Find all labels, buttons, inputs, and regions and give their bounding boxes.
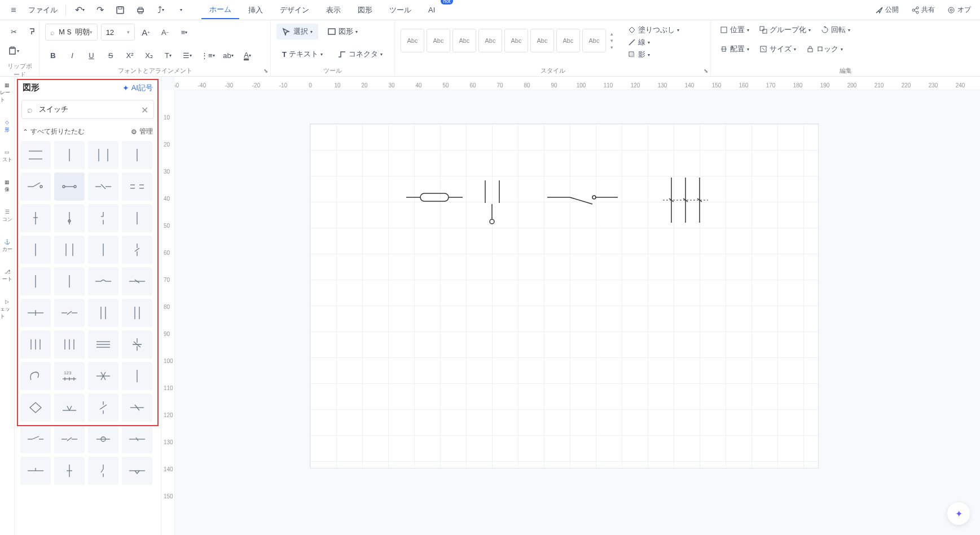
- shape-item[interactable]: [122, 267, 152, 295]
- italic-button[interactable]: I: [64, 47, 80, 63]
- publish-button[interactable]: 公開: [871, 3, 903, 17]
- more-button[interactable]: ▾: [172, 2, 190, 18]
- shape-item[interactable]: [54, 393, 85, 422]
- tab-tools[interactable]: ツール: [381, 2, 419, 19]
- shape-item[interactable]: [20, 267, 51, 295]
- font-size-select[interactable]: 12▾: [101, 24, 135, 41]
- shape-item[interactable]: [20, 299, 51, 327]
- manage-button[interactable]: ⚙ 管理: [131, 127, 153, 136]
- strikethrough-button[interactable]: S: [103, 47, 118, 63]
- subscript-button[interactable]: X₂: [141, 47, 157, 63]
- shape-item[interactable]: [54, 204, 85, 232]
- shape-item[interactable]: [122, 457, 152, 485]
- line-spacing-button[interactable]: ☰▾: [179, 47, 195, 63]
- shape-item[interactable]: [54, 236, 85, 264]
- clear-search-icon[interactable]: ✕: [141, 105, 148, 116]
- style-preset-2[interactable]: Abc: [427, 29, 450, 52]
- paste-button[interactable]: ▾: [6, 43, 21, 59]
- text-case-button[interactable]: ab▾: [221, 47, 236, 63]
- shape-item[interactable]: [122, 299, 152, 327]
- shape-item[interactable]: [20, 457, 51, 485]
- share-button[interactable]: 共有: [907, 3, 939, 17]
- style-preset-7[interactable]: Abc: [556, 29, 580, 52]
- select-tool[interactable]: 選択 ▾: [276, 24, 318, 39]
- menu-icon[interactable]: ≡: [5, 2, 23, 18]
- shape-item[interactable]: [88, 267, 118, 295]
- shape-item[interactable]: [20, 393, 51, 422]
- line-button[interactable]: 線 ▾: [625, 36, 683, 48]
- shape-item[interactable]: [122, 204, 152, 232]
- shape-item[interactable]: [122, 236, 152, 264]
- shape-tool[interactable]: 図形 ▾: [322, 24, 363, 39]
- group-button[interactable]: グループ化 ▾: [756, 24, 814, 36]
- print-button[interactable]: [131, 2, 150, 18]
- cut-button[interactable]: ✂: [6, 24, 21, 39]
- style-preset-1[interactable]: Abc: [401, 29, 424, 52]
- vertical-text-button[interactable]: T ▾: [160, 47, 176, 63]
- shape-item[interactable]: [54, 457, 85, 485]
- rotate-button[interactable]: 回転 ▾: [818, 24, 854, 36]
- collapse-all-button[interactable]: ⌃ すべて折りたたむ: [23, 127, 85, 136]
- shape-item[interactable]: [88, 204, 118, 232]
- iconstrip-image[interactable]: ▦像: [5, 177, 10, 196]
- shape-search-input[interactable]: [21, 100, 154, 119]
- iconstrip-text[interactable]: ▭スト: [2, 147, 12, 166]
- page[interactable]: [310, 124, 818, 468]
- ai-fab-button[interactable]: ✦: [947, 502, 970, 525]
- shadow-button[interactable]: 影 ▾: [625, 48, 683, 61]
- shape-item[interactable]: [88, 299, 118, 327]
- style-preset-6[interactable]: Abc: [530, 29, 554, 52]
- shape-item[interactable]: [20, 236, 51, 264]
- shape-item[interactable]: [54, 173, 85, 201]
- file-menu[interactable]: ファイル: [25, 5, 61, 15]
- style-scroll-down-icon[interactable]: ▾: [610, 38, 613, 43]
- superscript-button[interactable]: X²: [122, 47, 138, 63]
- ai-symbol-button[interactable]: ✦AI記号: [122, 83, 153, 93]
- canvas-shape-fuse[interactable]: [406, 193, 463, 201]
- iconstrip-widget[interactable]: ▷ェット: [0, 297, 14, 322]
- shape-item[interactable]: [122, 330, 152, 359]
- iconstrip-icon[interactable]: ☰コン: [2, 207, 12, 226]
- decrease-font-button[interactable]: A−: [157, 24, 173, 40]
- undo-button[interactable]: ↶ ▾: [71, 2, 89, 18]
- bold-button[interactable]: B: [45, 47, 61, 63]
- shape-item[interactable]: [88, 236, 118, 264]
- position-button[interactable]: 位置 ▾: [717, 24, 753, 36]
- format-painter-button[interactable]: [25, 24, 41, 39]
- shape-item[interactable]: [20, 141, 51, 169]
- iconstrip-anchor[interactable]: ⚓カー: [2, 237, 12, 255]
- size-button[interactable]: サイズ ▾: [756, 43, 799, 55]
- iconstrip-template[interactable]: ▦レート: [0, 80, 14, 106]
- shape-item[interactable]: [54, 330, 85, 359]
- tab-view[interactable]: 表示: [318, 2, 349, 19]
- shape-item[interactable]: [54, 141, 85, 169]
- list-button[interactable]: ⋮≡▾: [199, 47, 217, 63]
- shape-item[interactable]: [122, 393, 152, 422]
- align-button[interactable]: ≡▾: [177, 24, 192, 40]
- increase-font-button[interactable]: A+: [138, 24, 154, 40]
- iconstrip-shape[interactable]: ◇形: [5, 117, 10, 136]
- shape-item[interactable]: [88, 173, 118, 201]
- font-family-select[interactable]: ⌕ＭＳ 明朝▾: [45, 24, 98, 41]
- shape-item[interactable]: [20, 425, 51, 453]
- style-scroll-up-icon[interactable]: ▴: [610, 31, 613, 37]
- shape-item[interactable]: [20, 362, 51, 390]
- fill-button[interactable]: 塗りつぶし ▾: [625, 24, 683, 36]
- text-tool[interactable]: T テキスト ▾: [276, 46, 328, 62]
- tab-insert[interactable]: 挿入: [240, 2, 271, 19]
- shape-item[interactable]: [88, 141, 118, 169]
- shape-item[interactable]: [54, 299, 85, 327]
- tab-shapes[interactable]: 図形: [350, 2, 380, 19]
- shape-item[interactable]: [54, 425, 85, 453]
- shape-item[interactable]: [122, 173, 152, 201]
- shape-item[interactable]: [54, 267, 85, 295]
- style-launcher-icon[interactable]: ⬊: [704, 68, 708, 74]
- iconstrip-sheet[interactable]: ⎇ート: [2, 267, 12, 285]
- shape-item[interactable]: [122, 141, 152, 169]
- style-preset-5[interactable]: Abc: [504, 29, 528, 52]
- shape-item[interactable]: [88, 330, 118, 359]
- connector-tool[interactable]: コネクタ ▾: [332, 46, 388, 62]
- style-preset-8[interactable]: Abc: [582, 29, 606, 52]
- shape-item[interactable]: [122, 362, 152, 390]
- tab-design[interactable]: デザイン: [272, 2, 317, 19]
